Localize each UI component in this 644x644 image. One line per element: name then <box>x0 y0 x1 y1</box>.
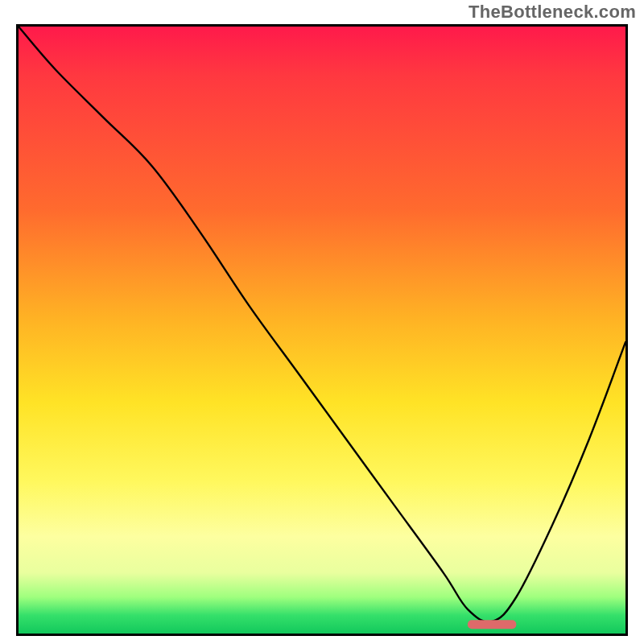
optimal-point-marker <box>468 620 516 629</box>
bottleneck-curve-path <box>19 27 625 622</box>
watermark-text: TheBottleneck.com <box>469 2 636 23</box>
chart-svg <box>19 27 625 634</box>
chart-plot-area <box>16 24 628 636</box>
chart-stage: TheBottleneck.com <box>0 0 644 644</box>
